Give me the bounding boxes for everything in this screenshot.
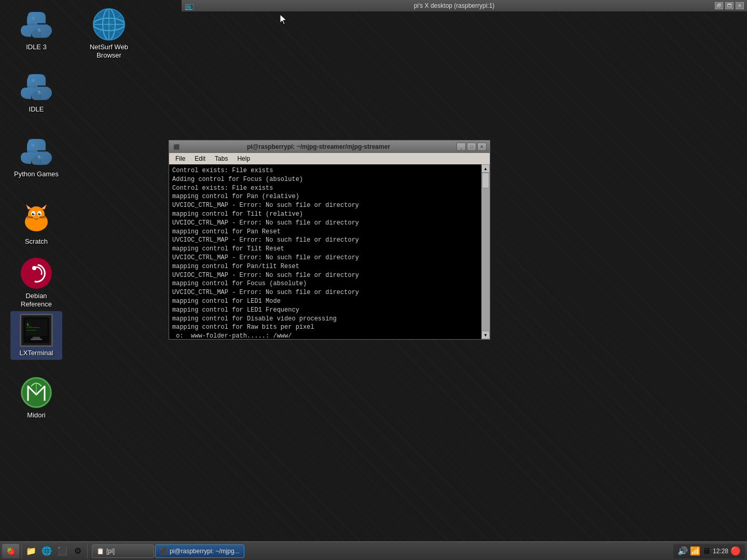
quick-launch-settings[interactable]: ⚙ xyxy=(71,544,85,558)
mouse-cursor xyxy=(280,15,286,25)
terminal-titlebar-icon: ⬛ xyxy=(172,143,181,151)
scrollbar-track[interactable] xyxy=(481,173,490,331)
taskbar: 🍓 📁 🌐 ⬛ ⚙ 📋 [pi]⬛ pi@raspberrypi: ~/mjpg… xyxy=(0,541,747,560)
taskbar-task-pi-task[interactable]: 📋 [pi] xyxy=(92,544,154,558)
taskbar-separator-2 xyxy=(87,544,88,558)
taskbar-separator-1 xyxy=(21,544,22,558)
terminal-output: Control exists: File exists Adding contr… xyxy=(169,164,481,339)
vnc-titlebar: 📺 pi's X desktop (raspberrypi:1) 🗗 🗖 ✕ xyxy=(182,0,747,11)
desktop-icon-label-netsurf: NetSurf Web Browser xyxy=(86,43,132,59)
terminal-window[interactable]: ⬛ pi@raspberrypi: ~/mjpg-streamer/mjpg-s… xyxy=(169,140,490,340)
vnc-restore-button[interactable]: 🗗 xyxy=(715,2,723,9)
desktop-icon-python-games[interactable]: Python Games xyxy=(10,132,62,181)
terminal-scrollbar[interactable]: ▲ ▼ xyxy=(481,164,490,339)
task-icon-terminal-task: ⬛ xyxy=(160,548,168,555)
terminal-maximize-button[interactable]: □ xyxy=(467,143,476,151)
scrollbar-down-button[interactable]: ▼ xyxy=(481,331,490,339)
desktop-icon-lxterminal[interactable]: $_ LXTerminal xyxy=(10,311,62,360)
vnc-icon: 📺 xyxy=(185,2,193,10)
quick-launch-files[interactable]: 📁 xyxy=(24,544,38,558)
terminal-title: pi@raspberrypi: ~/mjpg-streamer/mjpg-str… xyxy=(183,143,454,150)
network-icon[interactable]: 📶 xyxy=(690,546,700,556)
volume-icon[interactable]: 🔊 xyxy=(677,546,688,556)
terminal-menubar: File Edit Tabs Help xyxy=(169,153,490,164)
terminal-window-controls: _ □ ✕ xyxy=(457,143,487,151)
terminal-menu-file[interactable]: File xyxy=(171,154,189,163)
system-clock: 12:28 xyxy=(713,548,728,555)
terminal-menu-help[interactable]: Help xyxy=(233,154,254,163)
svg-rect-35 xyxy=(33,337,40,339)
desktop-icon-label-midori: Midori xyxy=(27,411,45,419)
taskbar-task-terminal-task[interactable]: ⬛ pi@raspberrypi: ~/mjpg... xyxy=(155,544,244,558)
desktop-icon-label-scratch: Scratch xyxy=(25,237,48,246)
desktop-icon-netsurf[interactable]: NetSurf Web Browser xyxy=(83,5,135,62)
scrollbar-up-button[interactable]: ▲ xyxy=(481,164,490,173)
quick-launch: 📁 🌐 ⬛ ⚙ xyxy=(24,544,85,558)
quick-launch-browser[interactable]: 🌐 xyxy=(39,544,54,558)
desktop-icon-midori[interactable]: Midori xyxy=(10,373,62,422)
terminal-content-area[interactable]: Control exists: File exists Adding contr… xyxy=(169,164,490,339)
terminal-menu-tabs[interactable]: Tabs xyxy=(211,154,232,163)
vnc-title: pi's X desktop (raspberrypi:1) xyxy=(196,2,713,9)
desktop-icon-scratch[interactable]: Scratch xyxy=(10,200,62,248)
desktop-icon-idle[interactable]: IDLE xyxy=(10,67,62,116)
svg-marker-43 xyxy=(280,15,286,24)
desktop-icon-label-lxterminal: LXTerminal xyxy=(19,349,53,357)
terminal-close-button[interactable]: ✕ xyxy=(477,143,487,151)
desktop-icon-label-idle: IDLE xyxy=(29,105,44,114)
terminal-titlebar: ⬛ pi@raspberrypi: ~/mjpg-streamer/mjpg-s… xyxy=(169,141,490,153)
svg-text:$_: $_ xyxy=(26,322,31,327)
taskbar-tasks: 📋 [pi]⬛ pi@raspberrypi: ~/mjpg... xyxy=(90,544,672,558)
system-tray: 🔊 📶 🖥 12:28 🔴 xyxy=(673,544,745,558)
desktop-icon-label-debian-ref: Debian Reference xyxy=(13,292,60,308)
task-icon-pi-task: 📋 xyxy=(96,548,104,555)
scrollbar-thumb[interactable] xyxy=(482,173,489,188)
start-button[interactable]: 🍓 xyxy=(2,544,19,558)
vnc-maximize-button[interactable]: 🗖 xyxy=(725,2,734,9)
svg-point-32 xyxy=(32,266,36,270)
task-label-pi-task: [pi] xyxy=(106,548,115,555)
display-icon[interactable]: 🖥 xyxy=(702,547,711,556)
desktop-icon-label-idle3: IDLE 3 xyxy=(26,43,47,51)
tray-settings-icon[interactable]: 🔴 xyxy=(730,546,741,556)
desktop-icon-label-python-games: Python Games xyxy=(14,170,59,178)
svg-point-25 xyxy=(39,213,40,214)
svg-point-15 xyxy=(28,206,45,223)
svg-rect-36 xyxy=(31,339,42,340)
svg-point-24 xyxy=(33,213,34,214)
terminal-menu-edit[interactable]: Edit xyxy=(190,154,210,163)
quick-launch-terminal[interactable]: ⬛ xyxy=(55,544,70,558)
raspberry-icon: 🍓 xyxy=(6,547,15,555)
task-label-terminal-task: pi@raspberrypi: ~/mjpg... xyxy=(170,548,240,555)
desktop-icon-debian-ref[interactable]: Debian Reference xyxy=(10,254,62,311)
vnc-close-button[interactable]: ✕ xyxy=(736,2,744,9)
terminal-minimize-button[interactable]: _ xyxy=(457,143,466,151)
svg-point-23 xyxy=(38,213,41,216)
desktop-icon-idle3[interactable]: IDLE 3 xyxy=(10,5,62,54)
svg-point-22 xyxy=(32,213,35,216)
